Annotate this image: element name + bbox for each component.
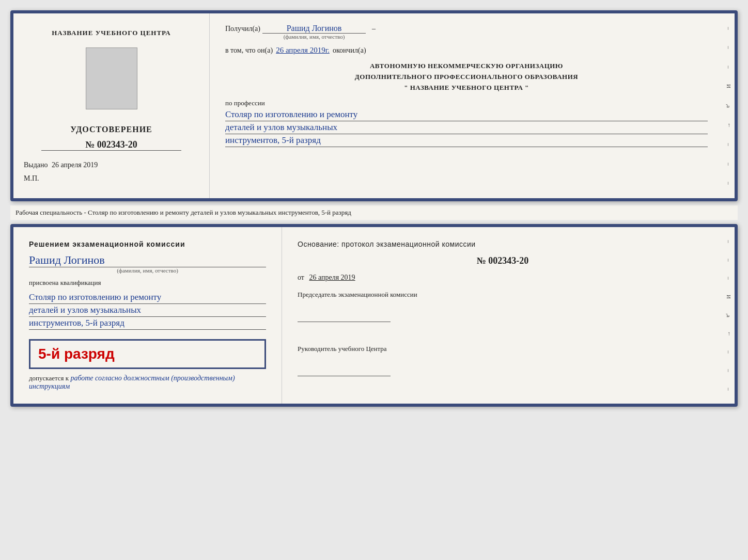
chairman-signature-line: [298, 312, 391, 322]
prof-line-2: деталей и узлов музыкальных: [225, 122, 708, 134]
photo-placeholder: [86, 47, 137, 109]
back-prof-line-3: инструментов, 5-й разряд: [29, 318, 266, 330]
top-right-panel: Получил(а) Рашид Логинов (фамилия, имя, …: [210, 13, 723, 198]
right-edge-bottom: – – – И ,а ← – – –: [723, 227, 735, 404]
grade-box: 5-й разряд: [29, 339, 266, 369]
protocol-date-value: 26 апреля 2019: [309, 274, 355, 281]
prof-line-3: инструментов, 5-й разряд: [225, 135, 708, 147]
page-wrapper: НАЗВАНИЕ УЧЕБНОГО ЦЕНТРА УДОСТОВЕРЕНИЕ №…: [5, 5, 743, 412]
received-line: Получил(а) Рашид Логинов (фамилия, имя, …: [225, 24, 708, 40]
profession-block-top: по профессии Столяр по изготовлению и ре…: [225, 99, 708, 148]
school-name-top: НАЗВАНИЕ УЧЕБНОГО ЦЕНТРА: [52, 29, 171, 37]
protocol-number: № 002343-20: [298, 255, 708, 266]
profession-lines-bottom: Столяр по изготовлению и ремонту деталей…: [29, 292, 266, 331]
separator-text: Рабочая специальность - Столяр по изгото…: [10, 205, 738, 220]
back-left-panel: Решением экзаменационной комиссии Рашид …: [13, 227, 282, 404]
date-line-top: в том, что он(а) 26 апреля 2019г. окончи…: [225, 46, 708, 55]
head-block: Руководитель учебного Центра: [298, 343, 708, 380]
date-value-top: 26 апреля 2019г.: [276, 46, 330, 55]
right-edge-top: – – – И ,а ← – – –: [723, 13, 735, 198]
prof-line-1: Столяр по изготовлению и ремонту: [225, 109, 708, 121]
head-signature-line: [298, 366, 391, 376]
back-prof-line-1: Столяр по изготовлению и ремонту: [29, 292, 266, 304]
profession-lines-top: Столяр по изготовлению и ремонту деталей…: [225, 109, 708, 148]
top-left-panel: НАЗВАНИЕ УЧЕБНОГО ЦЕНТРА УДОСТОВЕРЕНИЕ №…: [13, 13, 210, 198]
top-document: НАЗВАНИЕ УЧЕБНОГО ЦЕНТРА УДОСТОВЕРЕНИЕ №…: [10, 10, 738, 201]
fio-note-top: (фамилия, имя, отчество): [284, 34, 345, 40]
cert-title: УДОСТОВЕРЕНИЕ: [70, 125, 152, 134]
mp-line: М.П.: [24, 174, 199, 183]
basis-title: Основание: протокол экзаменационной коми…: [298, 240, 708, 248]
issued-line: Выдано 26 апреля 2019: [24, 161, 199, 169]
back-right-panel: Основание: протокол экзаменационной коми…: [282, 227, 723, 404]
protocol-date: от 26 апреля 2019: [298, 274, 708, 282]
decision-title: Решением экзаменационной комиссии: [29, 240, 266, 248]
fio-note-bottom: (фамилия, имя, отчество): [29, 267, 266, 274]
allow-line: допускается к работе согласно должностны…: [29, 374, 266, 391]
bottom-document: Решением экзаменационной комиссии Рашид …: [10, 224, 738, 407]
org-block: АВТОНОМНУЮ НЕКОММЕРЧЕСКУЮ ОРГАНИЗАЦИЮ ДО…: [225, 61, 708, 93]
cert-number: № 002343-20: [85, 139, 137, 150]
chairman-block: Председатель экзаменационной комиссии: [298, 289, 708, 326]
grade-text: 5-й разряд: [38, 346, 115, 362]
person-name-bottom: Рашид Логинов: [29, 253, 266, 267]
back-prof-line-2: деталей и узлов музыкальных: [29, 305, 266, 317]
issued-date: 26 апреля 2019: [52, 161, 98, 169]
person-name-top: Рашид Логинов: [262, 24, 366, 34]
qualification-text: присвоена квалификация: [29, 279, 266, 287]
